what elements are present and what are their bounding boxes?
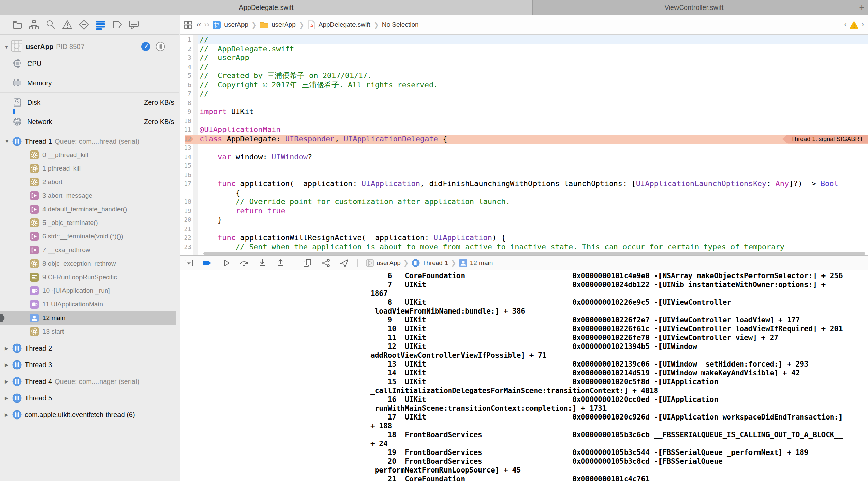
line-number[interactable]: 8 bbox=[180, 99, 191, 108]
next-issue-icon[interactable]: › bbox=[862, 20, 864, 29]
code-line[interactable]: 11@UIApplicationMain bbox=[180, 125, 868, 135]
line-number[interactable]: 19 bbox=[180, 207, 191, 216]
disclosure-triangle-icon[interactable]: ▶ bbox=[5, 379, 12, 384]
gauge-view-button[interactable] bbox=[141, 42, 150, 51]
code-text[interactable]: // Override point for customization afte… bbox=[200, 197, 510, 207]
continue-button[interactable] bbox=[220, 258, 231, 268]
code-line[interactable]: 12class AppDelegate: UIResponder, UIAppl… bbox=[180, 135, 868, 144]
step-over-button[interactable] bbox=[239, 258, 249, 268]
process-row[interactable]: ▼ userApp PID 8507 bbox=[0, 39, 179, 54]
gauge-row-memory[interactable]: Memory bbox=[0, 73, 179, 93]
test-navigator-icon[interactable] bbox=[78, 19, 90, 31]
line-number[interactable]: 17 bbox=[180, 179, 191, 189]
code-line[interactable]: { bbox=[180, 189, 868, 198]
project-navigator-icon[interactable] bbox=[12, 19, 23, 31]
code-line[interactable]: 20 } bbox=[180, 215, 868, 225]
code-text[interactable]: var window: UIWindow? bbox=[200, 153, 312, 162]
code-text[interactable]: // bbox=[200, 35, 209, 44]
symbol-navigator-icon[interactable] bbox=[28, 19, 40, 31]
stack-frame-row[interactable]: 5 _objc_terminate() bbox=[0, 216, 179, 230]
code-text[interactable]: // bbox=[200, 89, 209, 99]
tab-appdelegate[interactable]: AppDelegate.swift bbox=[0, 0, 533, 15]
code-line[interactable]: 21 bbox=[180, 225, 868, 234]
disclosure-triangle-icon[interactable]: ▶ bbox=[5, 412, 12, 417]
horizontal-scrollbar[interactable] bbox=[203, 252, 865, 255]
code-line[interactable]: 16 bbox=[180, 171, 868, 180]
code-text[interactable]: { bbox=[200, 189, 240, 198]
find-navigator-icon[interactable] bbox=[45, 19, 56, 31]
code-text[interactable]: // Copyright © 2017年 三浦優希子. All rights r… bbox=[200, 81, 438, 90]
breadcrumb-group[interactable]: userApp bbox=[272, 21, 296, 29]
debug-breadcrumb-item[interactable]: userApp bbox=[377, 259, 401, 267]
tab-viewcontroller[interactable]: ViewController.swift bbox=[533, 0, 855, 15]
stack-frame-row[interactable]: 11 UIApplicationMain bbox=[0, 298, 179, 311]
error-badge[interactable]: Thread 1: signal SIGABRT bbox=[782, 135, 868, 144]
thread-row[interactable]: ▶ Thread 5 bbox=[0, 391, 179, 405]
console-output[interactable]: 6 CoreFoundation 0x0000000101c4e9e0 -[NS… bbox=[366, 270, 868, 481]
line-number[interactable]: 12 bbox=[180, 135, 191, 144]
breadcrumb-selection[interactable]: No Selection bbox=[382, 21, 419, 29]
disclosure-triangle-icon[interactable]: ▼ bbox=[4, 44, 10, 50]
line-number[interactable]: 15 bbox=[180, 161, 191, 171]
code-text[interactable]: return true bbox=[200, 207, 285, 216]
code-text[interactable]: // bbox=[200, 63, 209, 72]
debug-breadcrumb-item[interactable]: 12 main bbox=[470, 259, 493, 267]
thread-row[interactable]: ▶ Thread 4Queue: com....nager (serial) bbox=[0, 375, 179, 388]
hide-debug-area-button[interactable] bbox=[184, 258, 194, 268]
line-number[interactable]: 6 bbox=[180, 81, 191, 90]
code-line[interactable]: 8 bbox=[180, 99, 868, 108]
line-number[interactable]: 4 bbox=[180, 63, 191, 72]
code-text[interactable]: // Sent when the application is about to… bbox=[200, 243, 784, 252]
source-editor[interactable]: 1//2// AppDelegate.swift3// userApp4//5/… bbox=[180, 35, 868, 255]
new-tab-button[interactable]: + bbox=[855, 0, 868, 15]
code-text[interactable]: func application(_ application: UIApplic… bbox=[200, 179, 838, 189]
code-line[interactable]: 2// AppDelegate.swift bbox=[180, 44, 868, 54]
code-line[interactable]: 4// bbox=[180, 63, 868, 72]
breakpoint-navigator-icon[interactable] bbox=[111, 19, 123, 31]
thread-view-button[interactable] bbox=[156, 42, 165, 51]
code-text[interactable]: func applicationWillResignActive(_ appli… bbox=[200, 233, 506, 243]
code-line[interactable]: 6// Copyright © 2017年 三浦優希子. All rights … bbox=[180, 81, 868, 90]
line-number[interactable]: 11 bbox=[180, 125, 191, 135]
code-line[interactable]: 15 bbox=[180, 161, 868, 171]
breakpoints-toggle-button[interactable] bbox=[202, 258, 212, 268]
stack-frame-row[interactable]: 12 main bbox=[0, 311, 176, 325]
line-number[interactable]: 10 bbox=[180, 117, 191, 126]
prev-issue-icon[interactable]: ‹ bbox=[844, 20, 846, 29]
code-line[interactable]: 19 return true bbox=[180, 207, 868, 216]
stack-frame-row[interactable]: 6 std::__terminate(void (*)()) bbox=[0, 230, 179, 243]
code-text[interactable]: @UIApplicationMain bbox=[200, 125, 281, 135]
code-text[interactable]: import UIKit bbox=[200, 107, 254, 117]
code-text[interactable]: class AppDelegate: UIResponder, UIApplic… bbox=[200, 135, 447, 144]
code-text[interactable]: // userApp bbox=[200, 53, 249, 63]
breadcrumb-file[interactable]: AppDelegate.swift bbox=[319, 21, 370, 29]
code-line[interactable]: 14 var window: UIWindow? bbox=[180, 153, 868, 162]
code-text[interactable]: // Created by 三浦優希子 on 2017/01/17. bbox=[200, 71, 372, 81]
stack-frame-row[interactable]: 7 __cxa_rethrow bbox=[0, 243, 179, 257]
line-number[interactable]: 9 bbox=[180, 107, 191, 117]
view-hierarchy-button[interactable] bbox=[302, 258, 312, 268]
stack-frame-row[interactable]: 0 __pthread_kill bbox=[0, 148, 179, 162]
code-line[interactable]: 10 bbox=[180, 117, 868, 126]
stack-frame-row[interactable]: 4 default_terminate_handler() bbox=[0, 202, 179, 216]
disclosure-triangle-icon[interactable]: ▶ bbox=[5, 345, 12, 351]
code-text[interactable]: } bbox=[200, 215, 222, 225]
line-number[interactable]: 13 bbox=[180, 143, 191, 153]
stack-frame-row[interactable]: 13 start bbox=[0, 325, 179, 338]
gauge-row-disk[interactable]: Disk Zero KB/s bbox=[0, 93, 179, 112]
disclosure-triangle-icon[interactable]: ▼ bbox=[5, 139, 12, 144]
code-line[interactable]: 23 // Sent when the application is about… bbox=[180, 243, 868, 252]
line-number[interactable]: 1 bbox=[180, 35, 191, 44]
line-number[interactable]: 14 bbox=[180, 153, 191, 162]
disclosure-triangle-icon[interactable]: ▶ bbox=[5, 395, 12, 401]
back-chevron-icon[interactable]: ‹‹ bbox=[196, 20, 201, 29]
line-number[interactable]: 21 bbox=[180, 225, 191, 234]
stack-frame-row[interactable]: 1 pthread_kill bbox=[0, 162, 179, 175]
thread-row[interactable]: ▶ com.apple.uikit.eventfetch-thread (6) bbox=[0, 408, 179, 422]
step-out-button[interactable] bbox=[275, 258, 286, 268]
line-number[interactable]: 20 bbox=[180, 215, 191, 225]
thread-row[interactable]: ▼ Thread 1Queue: com....hread (serial) bbox=[0, 135, 179, 148]
variables-view[interactable] bbox=[180, 270, 366, 481]
debug-breadcrumb-item[interactable]: Thread 1 bbox=[422, 259, 448, 267]
code-line[interactable]: 17 func application(_ application: UIApp… bbox=[180, 179, 868, 189]
